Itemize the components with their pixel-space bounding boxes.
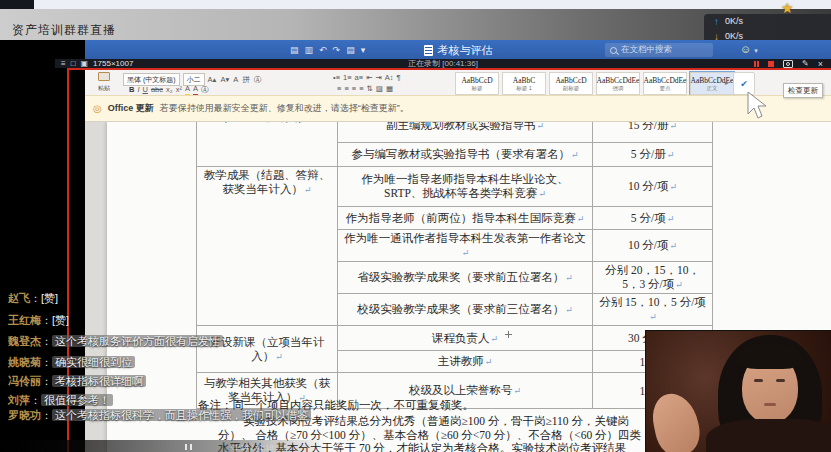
chat-separator: ： <box>41 335 52 347</box>
chat-message-text: 确实很细很到位 <box>52 356 135 368</box>
font-icons-row1: A▴A▾A拼Ⓐ <box>208 75 262 85</box>
feedback-smiley-button[interactable]: ☺ ▾ <box>740 43 758 55</box>
record-pause-button[interactable] <box>754 61 759 67</box>
recorder-close-button[interactable]: × <box>818 61 823 67</box>
style-sample: AaBbC <box>513 76 536 85</box>
capture-border-top <box>67 68 831 70</box>
recording-status: 正在录制 [00:41:36] <box>55 59 831 68</box>
style-option[interactable]: AaBbCcD 标题 <box>455 72 499 95</box>
font-tool-icon[interactable]: A▴ <box>208 75 217 85</box>
qq-live-title: 资产培训群群直播 <box>12 22 116 39</box>
chat-message-text: 很值得参考！ <box>41 394 113 406</box>
chat-separator: ： <box>41 375 52 387</box>
paragraph-tool-icon[interactable]: ⇥ <box>375 73 381 83</box>
chat-separator: ： <box>41 409 52 421</box>
chat-message-text: 考核指标很详细啊 <box>52 375 146 387</box>
search-placeholder: 在文档中搜索 <box>621 44 672 56</box>
font-style-icon[interactable]: Ⓐ <box>201 85 209 95</box>
office-update-title: Office 更新 <box>108 102 154 115</box>
paragraph-tool-icon[interactable]: 1≡ <box>343 73 352 83</box>
gallery-more-icon[interactable]: ▸ <box>725 72 729 93</box>
player-pause-button[interactable] <box>185 444 192 450</box>
paragraph-align-icon[interactable]: ▦ <box>386 84 393 94</box>
style-label: 副标题 <box>563 85 580 91</box>
paste-button[interactable]: 粘贴 <box>91 72 117 93</box>
badge-icon[interactable]: ★ <box>781 0 794 16</box>
style-label: 正文 <box>707 85 718 91</box>
style-label: 标题 <box>472 85 483 91</box>
style-option[interactable]: AaBbCcDdEe 强调 <box>596 72 640 95</box>
annotate-pen-button[interactable]: ✎ <box>802 61 809 67</box>
font-style-icon[interactable]: x² <box>176 85 182 95</box>
office-update-icon: ◎ <box>93 103 102 114</box>
font-style-icon[interactable]: U <box>143 85 148 95</box>
upload-speed-row: ↑ 0K/s <box>714 14 831 29</box>
style-option[interactable]: AaBbC 标题 1 <box>502 72 546 95</box>
presenter-mouth <box>764 403 776 406</box>
presenter-hand <box>648 389 704 452</box>
record-stop-button[interactable] <box>768 61 774 67</box>
chat-message-text: 这个考核指标很科学，而且操作性强，我们可以借鉴 <box>52 409 311 421</box>
chat-sender-name: 王红梅 <box>8 314 41 326</box>
chat-message-text: 这个考核服务评价方面很有启发性 <box>52 335 223 347</box>
paragraph-tool-icon[interactable]: ¶ <box>397 73 401 83</box>
screenshot-camera-button[interactable] <box>783 60 793 68</box>
chat-separator: ： <box>30 292 41 304</box>
font-style-icon[interactable]: B <box>129 85 134 95</box>
chat-message: 王红梅：[赞] <box>8 313 69 328</box>
font-style-icon[interactable]: x₂ <box>166 85 173 95</box>
chat-message: 冯伶丽：考核指标很详细啊 <box>8 374 146 389</box>
table-row: （出版当年计入）↵ 副主编规划教材或实验指导书↵ 15 分/册↵ <box>197 122 713 143</box>
word-titlebar: ▤▥↶↷▤▾ 考核与评估 在文档中搜索 ☺ ▾ <box>85 40 831 60</box>
text-cursor-icon <box>505 331 512 338</box>
word-doc-icon <box>424 45 433 56</box>
paragraph-tool-icon[interactable]: a≡ <box>355 73 364 83</box>
presenter-eye <box>754 379 763 382</box>
font-style-icon[interactable]: I <box>137 85 139 95</box>
paragraph-icons-row1: •≡1≡a≡⇤⇥A↕¶ <box>333 73 401 83</box>
player-time: 41:14 / 41:19 <box>230 443 274 452</box>
document-search-input[interactable]: 在文档中搜索 <box>605 43 713 57</box>
clipboard-icon <box>98 72 110 81</box>
chat-separator: ： <box>41 356 52 368</box>
paste-label: 粘贴 <box>98 84 110 93</box>
chat-sender-name: 罗晓功 <box>8 409 41 421</box>
chat-message: 姚晓菊：确实很细很到位 <box>8 355 135 370</box>
chat-message-text: [赞] <box>41 292 58 304</box>
upload-arrow-icon: ↑ <box>714 14 719 29</box>
paragraph-tool-icon[interactable]: •≡ <box>333 73 340 83</box>
presenter-bangs <box>738 343 802 369</box>
style-label: 要点 <box>660 85 671 91</box>
style-label: 标题 1 <box>516 85 532 91</box>
paragraph-align-icon[interactable]: ≡ <box>359 84 363 94</box>
style-sample: AaBbCcDdEe <box>644 76 687 85</box>
office-update-bar: ◎ Office 更新 若要保持使用最新安全更新、修复和改进，请选择“检查更新”… <box>85 95 831 122</box>
paragraph-align-icon[interactable]: ≡ <box>344 84 348 94</box>
chat-message: 魏登杰：这个考核服务评价方面很有启发性 <box>8 334 223 349</box>
styles-gallery: AaBbCcD 标题 AaBbC 标题 1 AaBbCcD 副标题 AaBbCc… <box>455 72 734 95</box>
presenter-eye <box>776 379 785 382</box>
live-chat-overlay: 赵飞：[赞] 王红梅：[赞] 魏登杰：这个考核服务评价方面很有启发性 姚晓菊：确… <box>0 285 300 430</box>
font-tool-icon[interactable]: A <box>233 75 238 85</box>
smiley-caret-icon: ▾ <box>754 47 758 54</box>
paragraph-align-icon[interactable]: ≡ <box>337 84 341 94</box>
check-update-button[interactable]: 检查更新 <box>783 83 823 98</box>
font-tool-icon[interactable]: 拼 <box>242 75 250 85</box>
paragraph-tool-icon[interactable]: A↕ <box>385 73 394 83</box>
font-tool-icon[interactable]: A▾ <box>220 75 229 85</box>
style-option[interactable]: AaBbCcDdEe 要点 <box>643 72 687 95</box>
font-style-icon[interactable]: abc <box>151 85 163 95</box>
paragraph-align-icon[interactable]: ≡ <box>352 84 356 94</box>
chat-message: 赵飞：[赞] <box>8 291 58 306</box>
chat-sender-name: 赵飞 <box>8 292 30 304</box>
paragraph-align-icon[interactable]: ⇅ <box>367 84 373 94</box>
presenter-shoulder <box>706 419 831 452</box>
style-option[interactable]: AaBbCcD 副标题 <box>549 72 593 95</box>
paragraph-align-icon[interactable]: ▨ <box>376 84 383 94</box>
chat-sender-name: 冯伶丽 <box>8 375 41 387</box>
paragraph-tool-icon[interactable]: ⇤ <box>366 73 372 83</box>
font-tool-icon[interactable]: Ⓐ <box>254 75 262 85</box>
chat-message-text: [赞] <box>52 314 69 326</box>
ribbon: 粘贴 黑体 (中文标题) 小二 A▴A▾A拼Ⓐ BIUabcx₂x²AAⒶ •≡… <box>85 70 831 96</box>
search-icon <box>610 47 617 54</box>
